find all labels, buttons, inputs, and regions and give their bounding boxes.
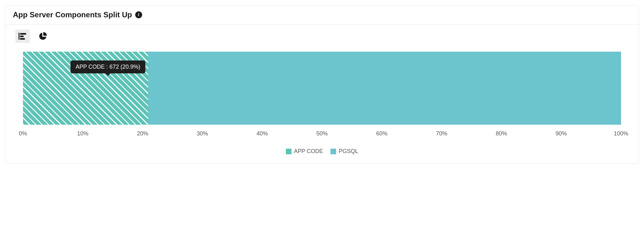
tooltip: APP CODE : 672 (20.9%) [70, 60, 145, 73]
axis-tick: 0% [19, 130, 27, 137]
chart-type-toolbar [15, 30, 631, 43]
axis-tick: 10% [77, 130, 88, 137]
axis-tick: 70% [436, 130, 447, 137]
pie-chart-icon [39, 32, 47, 40]
svg-rect-1 [20, 33, 26, 35]
info-icon[interactable]: i [135, 11, 142, 18]
legend-swatch [330, 149, 336, 154]
legend-item-app-code[interactable]: APP CODE [286, 148, 323, 155]
x-axis: 0%10%20%30%40%50%60%70%80%90%100% [23, 130, 621, 139]
axis-tick: 60% [376, 130, 387, 137]
legend-label: APP CODE [294, 148, 323, 155]
axis-tick: 100% [614, 130, 628, 137]
legend-swatch [286, 149, 291, 154]
bar-chart-icon [19, 33, 27, 40]
legend: APP CODEPGSQL [13, 148, 631, 155]
axis-tick: 90% [556, 130, 567, 137]
bar-segment-pgsql[interactable] [148, 52, 621, 125]
svg-rect-2 [20, 36, 24, 37]
axis-tick: 30% [197, 130, 208, 137]
card-body: APP CODE : 672 (20.9%) 0%10%20%30%40%50%… [5, 25, 639, 163]
card-header: App Server Components Split Up i [5, 5, 639, 25]
card-title: App Server Components Split Up [13, 10, 132, 19]
svg-rect-3 [20, 38, 25, 40]
axis-tick: 20% [137, 130, 148, 137]
legend-item-pgsql[interactable]: PGSQL [330, 148, 358, 155]
chart-card: App Server Components Split Up i [5, 5, 639, 164]
bar-chart-button[interactable] [15, 30, 30, 43]
axis-tick: 50% [316, 130, 328, 137]
pie-chart-button[interactable] [36, 30, 50, 43]
tooltip-text: APP CODE : 672 (20.9%) [75, 64, 140, 70]
axis-tick: 40% [257, 130, 268, 137]
axis-tick: 80% [496, 130, 507, 137]
legend-label: PGSQL [339, 148, 358, 155]
plot-area: APP CODE : 672 (20.9%) 0%10%20%30%40%50%… [23, 52, 621, 139]
svg-rect-0 [19, 33, 19, 40]
